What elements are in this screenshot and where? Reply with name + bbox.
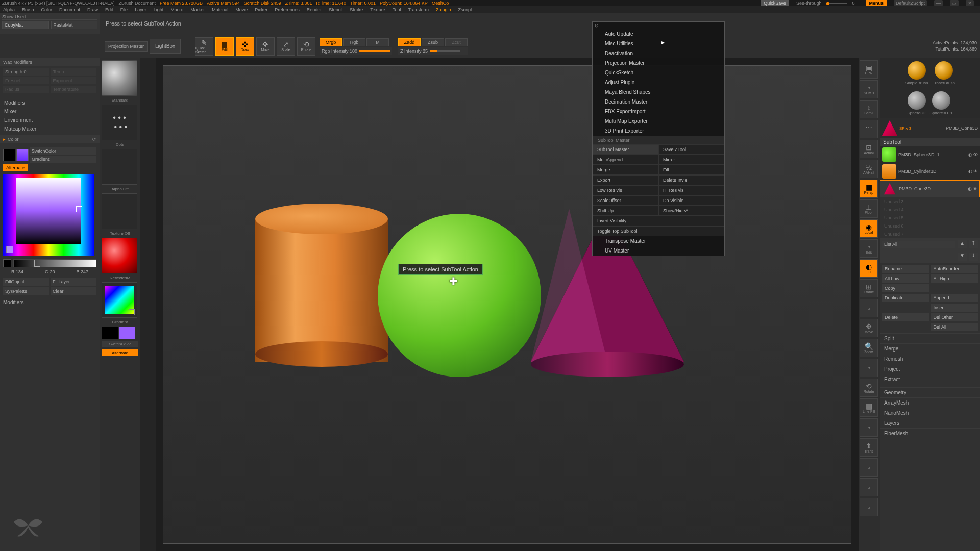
zplugin-deactivation[interactable]: Deactivation <box>593 48 724 58</box>
rail-local[interactable]: ◉Local <box>860 219 878 238</box>
zplugin-quicksketch[interactable]: QuickSketch <box>593 68 724 78</box>
section-project[interactable]: Project <box>880 364 980 374</box>
stm-hi-res-vis-button[interactable]: Hi Res vis <box>658 185 724 195</box>
stm-low-res-vis-button[interactable]: Low Res vis <box>593 185 658 195</box>
switchcolor2-button[interactable]: SwitchColor <box>102 341 138 347</box>
menu-stroke[interactable]: Stroke <box>350 7 363 12</box>
rail-btn18[interactable]: ▫ <box>860 418 878 437</box>
rail-...[interactable]: ⋯... <box>860 120 878 138</box>
subtool-header[interactable]: SubTool <box>880 138 980 146</box>
section-split[interactable]: Split <box>880 333 980 343</box>
alternate-button[interactable]: Alternate <box>3 164 28 171</box>
mod-matcap-maker[interactable]: Matcap Maker <box>4 124 95 133</box>
edit-button[interactable]: ▦Edit <box>215 37 234 56</box>
rail-bpr[interactable]: ▣BPR <box>860 60 878 79</box>
rail-aahalf[interactable]: ½AAHalf <box>860 160 878 178</box>
subtool-pm3d_cylinder3d[interactable]: PM3D_Cylinder3D◐👁 <box>880 163 980 180</box>
zplugin-projection-master[interactable]: Projection Master <box>593 58 724 68</box>
section-layers[interactable]: Layers <box>880 418 980 428</box>
menu-stencil[interactable]: Stencil <box>329 7 342 12</box>
section-nanomesh[interactable]: NanoMesh <box>880 408 980 418</box>
quicksketch-button[interactable]: ✎Quick Sketch <box>195 37 213 56</box>
stm-mirror-button[interactable]: Mirror <box>658 155 724 165</box>
subtool-append-button[interactable]: Append <box>931 294 978 302</box>
subtool-autoreorder-button[interactable]: AutoReorder <box>931 265 978 273</box>
fillobject-button[interactable]: FillObject <box>3 278 49 286</box>
zplugin-misc-utilities[interactable]: Misc Utilities <box>593 39 724 48</box>
current-tool-thumb[interactable] <box>882 120 897 136</box>
wax-header[interactable]: Wax Modifiers <box>0 58 100 66</box>
projection-master-button[interactable]: Projection Master <box>105 41 148 52</box>
subtool-all-high-button[interactable]: All High <box>931 274 978 283</box>
material-thumb[interactable] <box>102 238 137 273</box>
menu-zscript[interactable]: Zscript <box>458 7 472 12</box>
stm-subtool-master-button[interactable]: SubTool Master <box>593 144 658 155</box>
rail-btn15[interactable]: ▫ <box>860 359 878 377</box>
rail-btn22[interactable]: ▫ <box>860 498 878 516</box>
zsub-button[interactable]: Zsub <box>422 38 444 46</box>
rgb-button[interactable]: Rgb <box>343 38 365 46</box>
rail-persp[interactable]: ▦Persp <box>860 180 878 198</box>
menu-macro[interactable]: Macro <box>170 7 183 12</box>
lightbox-button[interactable]: LightBox <box>150 39 181 54</box>
value-slider[interactable] <box>13 259 96 267</box>
mod-modifiers[interactable]: Modifiers <box>4 98 95 107</box>
move-down-icon[interactable]: ▼ <box>958 253 967 261</box>
section-merge[interactable]: Merge <box>880 343 980 354</box>
rail-btn20[interactable]: ▫ <box>860 458 878 477</box>
menu-color[interactable]: Color <box>41 7 53 12</box>
stm-toggle-top-subtool-button[interactable]: Toggle Top SubTool <box>593 226 724 236</box>
clear-button[interactable]: Clear <box>51 287 96 295</box>
show-used[interactable]: Show Used <box>2 14 97 20</box>
rail-lc[interactable]: ◐LC <box>860 259 878 278</box>
rail-zoom[interactable]: 🔍Zoom <box>860 339 878 357</box>
tool-simplebrush[interactable] <box>908 61 926 80</box>
mrgb-button[interactable]: Mrgb <box>320 38 342 46</box>
menu-marker[interactable]: Marker <box>190 7 205 12</box>
window-min-icon[interactable]: — <box>934 0 943 6</box>
menu-preferences[interactable]: Preferences <box>275 7 300 12</box>
menu-alpha[interactable]: Alpha <box>3 7 15 12</box>
zplugin-auto-update[interactable]: Auto Update <box>593 29 724 39</box>
section-fibermesh[interactable]: FiberMesh <box>880 428 980 438</box>
menu-transform[interactable]: Transform <box>408 7 429 12</box>
section-remesh[interactable]: Remesh <box>880 354 980 364</box>
color-picker[interactable] <box>3 174 94 256</box>
rail-floor[interactable]: ⊥Floor <box>860 199 878 218</box>
zplugin-uv-master[interactable]: UV Master <box>593 246 724 256</box>
z-intensity-slider[interactable]: Z Intensity 25 <box>398 47 468 55</box>
alternate2-button[interactable]: Alternate <box>102 349 138 356</box>
stm-delete-invis-button[interactable]: Delete Invis <box>658 175 724 185</box>
zcut-button[interactable]: Zcut <box>445 38 468 46</box>
zplugin-adjust-plugin[interactable]: Adjust Plugin <box>593 78 724 87</box>
rail-move[interactable]: ✥Move <box>860 319 878 337</box>
stm-show-hideall-button[interactable]: Show/HideAll <box>658 206 724 216</box>
rail-edit[interactable]: ▫Edit <box>860 239 878 258</box>
grad-swatch-2[interactable] <box>119 327 135 339</box>
menus-button[interactable]: Menus <box>866 0 887 6</box>
switchcolor-button[interactable]: SwitchColor <box>30 147 96 155</box>
subtool-duplicate-button[interactable]: Duplicate <box>882 294 929 302</box>
subtool-all-low-button[interactable]: All Low <box>882 274 929 283</box>
tool-eraserbrush[interactable] <box>935 61 953 80</box>
rail-scroll[interactable]: ↕Scroll <box>860 100 878 118</box>
gradient-thumb[interactable] <box>102 282 137 318</box>
stm-multiappend-button[interactable]: MultiAppend <box>593 155 658 165</box>
rail-frame[interactable]: ⊞Frame <box>860 279 878 297</box>
menu-draw[interactable]: Draw <box>87 7 98 12</box>
menu-tool[interactable]: Tool <box>393 7 401 12</box>
brush-thumb[interactable] <box>102 60 137 96</box>
wax-strength[interactable]: Strength 0 <box>3 68 49 76</box>
menu-edit[interactable]: Edit <box>105 7 113 12</box>
copymat-button[interactable]: CopyMat <box>2 21 49 29</box>
mod-mixer[interactable]: Mixer <box>4 107 95 116</box>
menu-zplugin[interactable]: Zplugin <box>436 7 451 12</box>
filllayer-button[interactable]: FillLayer <box>51 278 96 286</box>
stm-shift-up-button[interactable]: Shift Up <box>593 206 658 216</box>
modifiers-section[interactable]: Modifiers <box>3 299 96 305</box>
subtool-delete-button[interactable]: Delete <box>882 313 929 321</box>
seethrough-slider[interactable]: See-through 0 <box>796 0 859 6</box>
menu-layer[interactable]: Layer <box>135 7 146 12</box>
wax-temperature[interactable]: Temperature <box>51 86 97 93</box>
stroke-thumb[interactable] <box>102 105 137 140</box>
